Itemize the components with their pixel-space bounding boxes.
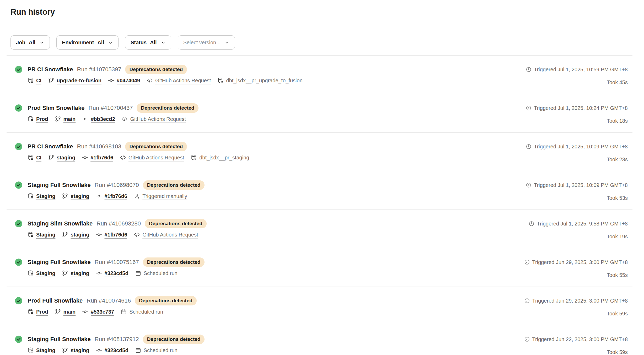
job-name[interactable]: Prod Full Snowflake	[28, 297, 83, 305]
environment-link[interactable]: Prod	[36, 309, 48, 315]
environment-link[interactable]: Staging	[36, 270, 55, 276]
run-success-icon	[15, 66, 23, 73]
run-number: Run #410693280	[96, 220, 141, 228]
job-name[interactable]: PR CI Snowflake	[28, 143, 73, 150]
trigger-label[interactable]: Triggered manually	[142, 193, 187, 199]
version-filter-dropdown[interactable]: Select version...	[178, 35, 235, 50]
environment-item: Staging	[28, 347, 55, 353]
branch-link[interactable]: staging	[71, 347, 89, 353]
commit-item: #1fb76d6	[96, 232, 127, 238]
commit-link[interactable]: #323cd5d	[104, 347, 128, 353]
environment-database-icon	[28, 270, 34, 276]
git-branch-icon	[48, 77, 54, 84]
commit-link[interactable]: #533e737	[91, 309, 114, 315]
job-filter-value: All	[29, 40, 36, 46]
run-duration: Took 53s	[607, 195, 628, 201]
run-row[interactable]: Staging Full Snowflake Run #410698070 De…	[7, 171, 632, 209]
commit-item: #0474049	[108, 77, 140, 84]
branch-link[interactable]: main	[63, 116, 76, 122]
commit-item: #323cd5d	[96, 270, 128, 276]
environment-link[interactable]: CI	[36, 78, 41, 84]
schema-item: dbt_jsdx__pr_staging	[191, 154, 249, 161]
trigger-label[interactable]: GitHub Actions Request	[128, 155, 184, 161]
run-duration: Took 45s	[607, 79, 628, 85]
commit-link[interactable]: #1fb76d6	[104, 232, 127, 238]
commit-link[interactable]: #bb3ecd2	[91, 116, 115, 122]
environment-link[interactable]: Staging	[36, 193, 55, 199]
commit-icon	[96, 232, 102, 238]
environment-filter-label: Environment	[62, 40, 94, 46]
job-name[interactable]: Prod Slim Snowflake	[28, 104, 85, 112]
branch-link[interactable]: upgrade-to-fusion	[57, 78, 101, 84]
job-name[interactable]: Staging Slim Snowflake	[28, 220, 93, 228]
job-name[interactable]: Staging Full Snowflake	[28, 258, 91, 266]
commit-item: #1fb76d6	[96, 193, 127, 199]
environment-item: Staging	[28, 232, 55, 238]
branch-link[interactable]: staging	[71, 232, 89, 238]
commit-link[interactable]: #1fb76d6	[90, 155, 113, 161]
deprecations-badge: Deprecations detected	[135, 296, 197, 305]
version-filter-placeholder: Select version...	[183, 40, 221, 46]
commit-link[interactable]: #1fb76d6	[104, 193, 127, 199]
run-row[interactable]: Staging Full Snowflake Run #410075167 De…	[7, 248, 632, 287]
trigger-label: Scheduled run	[144, 270, 178, 276]
run-duration: Took 59s	[607, 310, 628, 317]
triggered-time: Triggered Jul 1, 2025, 10:24 PM GMT+8	[526, 104, 628, 112]
triggered-label: Triggered Jun 29, 2025, 3:00 PM GMT+8	[532, 259, 628, 265]
clock-icon	[526, 67, 532, 72]
triggered-label: Triggered Jul 1, 2025, 10:59 PM GMT+8	[534, 67, 628, 73]
commit-icon	[82, 116, 88, 122]
job-name[interactable]: Staging Full Snowflake	[28, 181, 91, 189]
run-duration: Took 18s	[607, 118, 628, 124]
run-row[interactable]: PR CI Snowflake Run #410705397 Deprecati…	[7, 55, 632, 94]
git-branch-icon	[48, 154, 54, 161]
branch-link[interactable]: staging	[57, 155, 75, 161]
run-duration: Took 55s	[607, 272, 628, 278]
triggered-label: Triggered Jul 1, 2025, 10:09 PM GMT+8	[534, 182, 628, 188]
run-row[interactable]: Prod Slim Snowflake Run #410700437 Depre…	[7, 94, 632, 132]
branch-link[interactable]: main	[63, 309, 76, 315]
environment-database-icon	[28, 193, 34, 199]
trigger-label[interactable]: GitHub Actions Request	[142, 232, 198, 238]
schema-database-icon	[217, 77, 224, 84]
run-success-icon	[15, 258, 23, 266]
trigger-item: GitHub Actions Request	[120, 154, 184, 161]
deprecations-badge: Deprecations detected	[137, 103, 198, 113]
trigger-label[interactable]: GitHub Actions Request	[155, 78, 211, 84]
run-success-icon	[15, 335, 23, 343]
branch-item: staging	[62, 347, 89, 353]
environment-filter-dropdown[interactable]: Environment All	[56, 35, 119, 50]
branch-item: main	[55, 116, 76, 122]
clock-icon	[524, 298, 530, 304]
run-row[interactable]: Prod Full Snowflake Run #410074616 Depre…	[7, 287, 632, 325]
triggered-label: Triggered Jul 1, 2025, 10:09 PM GMT+8	[534, 144, 628, 150]
run-row[interactable]: PR CI Snowflake Run #410698103 Deprecati…	[7, 132, 632, 171]
code-icon	[120, 154, 126, 161]
status-filter-value: All	[150, 40, 157, 46]
commit-item: #323cd5d	[96, 347, 128, 353]
environment-link[interactable]: Staging	[36, 347, 55, 353]
environment-link[interactable]: Staging	[36, 232, 55, 238]
job-name[interactable]: PR CI Snowflake	[28, 66, 73, 73]
commit-link[interactable]: #0474049	[117, 78, 140, 84]
code-icon	[134, 232, 140, 238]
git-branch-icon	[62, 193, 68, 199]
commit-icon	[108, 77, 114, 84]
clock-icon	[524, 336, 530, 342]
chevron-down-icon	[161, 40, 166, 45]
environment-link[interactable]: Prod	[36, 116, 48, 122]
run-row[interactable]: Staging Full Snowflake Run #408137912 De…	[7, 325, 632, 355]
commit-link[interactable]: #323cd5d	[104, 270, 128, 276]
job-filter-dropdown[interactable]: Job All	[10, 35, 50, 50]
clock-icon	[526, 144, 532, 149]
branch-link[interactable]: staging	[71, 270, 89, 276]
branch-link[interactable]: staging	[71, 193, 89, 199]
trigger-label[interactable]: GitHub Actions Request	[130, 116, 186, 122]
page-title: Run history	[10, 7, 634, 17]
run-row[interactable]: Staging Slim Snowflake Run #410693280 De…	[7, 209, 632, 248]
job-name[interactable]: Staging Full Snowflake	[28, 335, 91, 343]
run-number: Run #410705397	[77, 66, 121, 73]
environment-item: Prod	[28, 116, 48, 122]
status-filter-dropdown[interactable]: Status All	[125, 35, 171, 50]
environment-link[interactable]: CI	[36, 155, 41, 161]
